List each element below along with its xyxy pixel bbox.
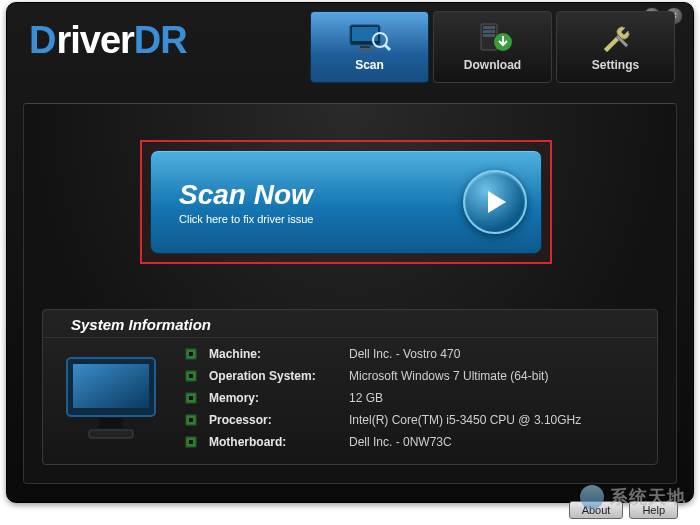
main-panel: Scan Now Click here to fix driver issue …	[23, 103, 677, 484]
chip-icon	[183, 412, 199, 428]
logo-text-river: river	[56, 19, 133, 62]
label: Operation System:	[209, 369, 339, 383]
tab-label: Download	[464, 58, 521, 72]
chip-icon	[183, 346, 199, 362]
value: Microsoft Windows 7 Ultimate (64-bit)	[349, 369, 548, 383]
row-memory: Memory: 12 GB	[183, 390, 643, 406]
label: Memory:	[209, 391, 339, 405]
logo-text-dr: DR	[134, 19, 187, 62]
svg-rect-20	[189, 396, 193, 400]
svg-rect-16	[189, 352, 193, 356]
value: Intel(R) Core(TM) i5-3450 CPU @ 3.10GHz	[349, 413, 581, 427]
app-logo: DriverDR	[29, 19, 187, 62]
about-button[interactable]: About	[569, 501, 624, 519]
scan-subtitle: Click here to fix driver issue	[179, 213, 451, 225]
footer-buttons: About Help	[569, 501, 678, 519]
svg-rect-13	[99, 418, 123, 428]
value: Dell Inc. - Vostro 470	[349, 347, 460, 361]
system-info-rows: Machine: Dell Inc. - Vostro 470 Operatio…	[183, 346, 643, 450]
row-machine: Machine: Dell Inc. - Vostro 470	[183, 346, 643, 362]
label: Motherboard:	[209, 435, 339, 449]
logo-text-driver-d: D	[29, 19, 56, 62]
chip-icon	[183, 434, 199, 450]
system-info-panel: System Information Machine: Del	[42, 309, 658, 465]
help-button[interactable]: Help	[629, 501, 678, 519]
svg-rect-12	[73, 364, 149, 408]
scan-highlight-frame: Scan Now Click here to fix driver issue	[140, 140, 552, 264]
svg-rect-3	[357, 49, 373, 51]
value: 12 GB	[349, 391, 383, 405]
value: Dell Inc. - 0NW73C	[349, 435, 452, 449]
svg-rect-9	[483, 34, 495, 37]
tab-label: Settings	[592, 58, 639, 72]
system-info-heading: System Information	[43, 310, 657, 338]
row-processor: Processor: Intel(R) Core(TM) i5-3450 CPU…	[183, 412, 643, 428]
server-download-icon	[473, 22, 513, 54]
svg-rect-8	[483, 30, 495, 33]
app-window: – × DriverDR Scan	[6, 2, 694, 503]
header: DriverDR Scan	[29, 19, 675, 97]
monitor-icon	[57, 346, 165, 450]
nav-tabs: Scan Download	[310, 11, 675, 83]
system-info-body: Machine: Dell Inc. - Vostro 470 Operatio…	[43, 338, 657, 460]
tools-icon	[598, 22, 634, 54]
svg-rect-22	[189, 418, 193, 422]
svg-rect-14	[89, 430, 133, 438]
chip-icon	[183, 368, 199, 384]
svg-line-5	[385, 45, 390, 50]
svg-rect-18	[189, 374, 193, 378]
scan-text: Scan Now Click here to fix driver issue	[179, 179, 451, 225]
row-motherboard: Motherboard: Dell Inc. - 0NW73C	[183, 434, 643, 450]
label: Processor:	[209, 413, 339, 427]
row-os: Operation System: Microsoft Windows 7 Ul…	[183, 368, 643, 384]
svg-rect-24	[189, 440, 193, 444]
scan-title: Scan Now	[179, 179, 451, 211]
scan-now-button[interactable]: Scan Now Click here to fix driver issue	[150, 150, 542, 254]
label: Machine:	[209, 347, 339, 361]
tab-scan[interactable]: Scan	[310, 11, 429, 83]
tab-settings[interactable]: Settings	[556, 11, 675, 83]
monitor-search-icon	[348, 22, 392, 54]
svg-rect-7	[483, 26, 495, 29]
chip-icon	[183, 390, 199, 406]
svg-rect-2	[360, 46, 370, 48]
tab-label: Scan	[355, 58, 384, 72]
tab-download[interactable]: Download	[433, 11, 552, 83]
play-icon	[463, 170, 527, 234]
